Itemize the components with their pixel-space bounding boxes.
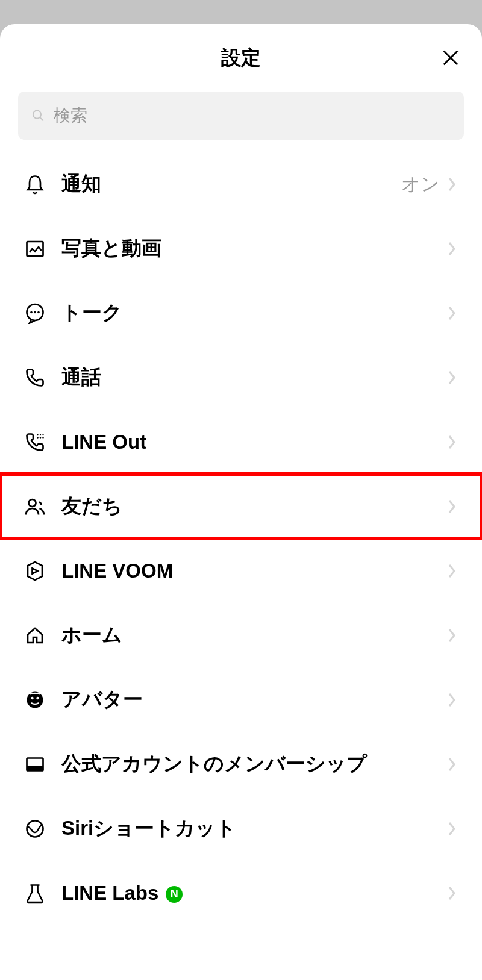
search-icon	[31, 108, 45, 123]
chevron-right-icon	[446, 243, 458, 255]
chevron-right-icon	[446, 758, 458, 770]
settings-item-home[interactable]: ホーム	[0, 603, 482, 667]
siri-icon	[24, 818, 46, 840]
settings-item-avatar[interactable]: アバター	[0, 667, 482, 732]
item-value: オン	[401, 172, 440, 197]
friends-icon	[24, 496, 46, 517]
settings-item-siri[interactable]: Siriショートカット	[0, 796, 482, 861]
chevron-right-icon	[446, 178, 458, 190]
search-input[interactable]	[54, 106, 451, 125]
phone-out-icon	[24, 431, 46, 453]
item-label: アバター	[61, 686, 446, 713]
settings-list: 通知オン写真と動画トーク通話LINE Out友だちLINE VOOMホームアバタ…	[0, 152, 482, 980]
modal-header: 設定	[0, 24, 482, 92]
item-label: LINE LabsN	[61, 882, 446, 905]
chevron-right-icon	[446, 372, 458, 384]
svg-line-3	[40, 117, 43, 121]
search-container	[0, 92, 482, 152]
new-badge: N	[166, 886, 183, 903]
avatar-icon	[24, 689, 46, 711]
item-label: トーク	[61, 299, 446, 326]
item-label: 通知	[61, 170, 401, 198]
settings-item-photo[interactable]: 写真と動画	[0, 216, 482, 281]
chevron-right-icon	[446, 436, 458, 448]
item-label: 公式アカウントのメンバーシップ	[61, 751, 446, 778]
chevron-right-icon	[446, 629, 458, 641]
settings-item-chat[interactable]: トーク	[0, 281, 482, 345]
chevron-right-icon	[446, 501, 458, 513]
chevron-right-icon	[446, 887, 458, 899]
item-label: 写真と動画	[61, 235, 446, 262]
photo-icon	[24, 238, 46, 260]
close-icon	[440, 48, 461, 68]
voom-icon	[24, 560, 46, 582]
chevron-right-icon	[446, 694, 458, 706]
chat-icon	[24, 302, 46, 324]
item-label: 通話	[61, 364, 446, 391]
settings-item-bell[interactable]: 通知オン	[0, 152, 482, 216]
home-icon	[24, 625, 46, 646]
svg-point-2	[33, 110, 41, 118]
labs-icon	[24, 882, 46, 904]
page-title: 設定	[221, 45, 261, 72]
chevron-right-icon	[446, 823, 458, 835]
settings-item-friends[interactable]: 友だち	[0, 474, 482, 538]
bell-icon	[24, 173, 46, 195]
item-label: LINE VOOM	[61, 560, 446, 582]
search-box[interactable]	[18, 92, 464, 140]
settings-item-phone-out[interactable]: LINE Out	[0, 410, 482, 474]
close-button[interactable]	[437, 45, 464, 71]
item-label: Siriショートカット	[61, 815, 446, 842]
item-label: LINE Out	[61, 431, 446, 454]
settings-item-phone[interactable]: 通話	[0, 345, 482, 410]
settings-item-labs[interactable]: LINE LabsN	[0, 861, 482, 925]
settings-item-voom[interactable]: LINE VOOM	[0, 538, 482, 603]
settings-item-membership[interactable]: 公式アカウントのメンバーシップ	[0, 732, 482, 796]
item-label: ホーム	[61, 622, 446, 649]
membership-icon	[24, 754, 46, 775]
chevron-right-icon	[446, 307, 458, 319]
item-label: 友だち	[61, 493, 446, 520]
phone-icon	[24, 367, 46, 389]
settings-modal: 設定 通知オン写真と動画トーク通話LINE Out友だちLINE VOOMホーム…	[0, 24, 482, 980]
chevron-right-icon	[446, 565, 458, 577]
